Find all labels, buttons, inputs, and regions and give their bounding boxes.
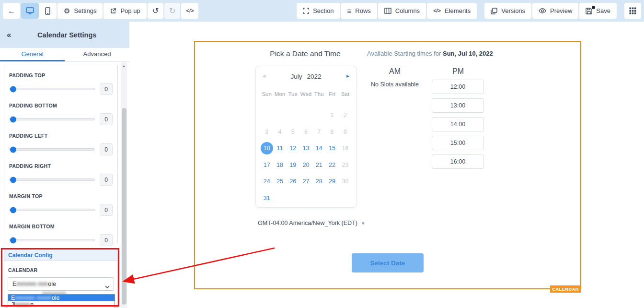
slider-value-input[interactable]: 0 bbox=[100, 204, 113, 216]
calendar-day-27[interactable]: 27 bbox=[299, 173, 312, 190]
calendar-day-29[interactable]: 29 bbox=[325, 173, 338, 190]
date-picker-card: ◂ July2022 ▸ SunMonTueWedThuFriSat 12345… bbox=[255, 66, 356, 208]
slider-thumb[interactable] bbox=[10, 177, 16, 183]
slider-value-input[interactable]: 0 bbox=[100, 234, 113, 246]
settings-panel-title: Calendar Settings bbox=[11, 31, 123, 39]
month-label: July bbox=[290, 73, 302, 80]
toolbar-section-button[interactable]: Section bbox=[297, 3, 340, 19]
slider-label: MARGIN BOTTOM bbox=[9, 224, 113, 229]
toolbar-preview-button[interactable]: Preview bbox=[532, 3, 578, 19]
calendar-day-14[interactable]: 14 bbox=[312, 140, 325, 157]
calendar-day-grid: 1234567891011121314151617181920212223242… bbox=[260, 107, 352, 206]
toolbar-rows-button[interactable]: ≡Rows bbox=[341, 3, 377, 19]
slider-thumb[interactable] bbox=[10, 86, 16, 92]
next-month-icon[interactable]: ▸ bbox=[346, 72, 349, 79]
timezone-label: GMT-04:00 America/New_York (EDT) bbox=[258, 220, 357, 226]
calendar-day-31[interactable]: 31 bbox=[260, 190, 273, 207]
calendar-day-22[interactable]: 22 bbox=[325, 157, 338, 174]
unsaved-changes-dot bbox=[592, 6, 595, 9]
calendar-day-15[interactable]: 15 bbox=[325, 140, 338, 157]
calendar-day-empty bbox=[299, 107, 312, 124]
toolbar-versions-button[interactable]: Versions bbox=[484, 3, 531, 19]
toolbar-device-mobile-button[interactable] bbox=[39, 3, 57, 19]
toolbar-device-desktop-button[interactable] bbox=[21, 3, 39, 19]
weekday-label: Sun bbox=[260, 91, 273, 97]
calendar-day-11[interactable]: 11 bbox=[273, 140, 286, 157]
slider-track[interactable] bbox=[9, 88, 95, 90]
toolbar-undo-button[interactable]: ↺ bbox=[148, 3, 163, 19]
slider-padding-right: PADDING RIGHT0 bbox=[9, 163, 113, 191]
calendar-day-19[interactable]: 19 bbox=[287, 157, 299, 174]
versions-icon bbox=[491, 8, 497, 14]
calendar-day-10[interactable]: 10 bbox=[260, 140, 273, 157]
time-slot-1300[interactable]: 13:00 bbox=[432, 98, 484, 113]
chevron-down-icon bbox=[105, 283, 110, 290]
time-slot-1600[interactable]: 16:00 bbox=[432, 154, 484, 169]
toolbar-apps-button[interactable] bbox=[624, 3, 641, 19]
slider-track[interactable] bbox=[9, 178, 95, 181]
scroll-up-arrow-icon[interactable]: ▲ bbox=[121, 62, 127, 70]
slider-thumb[interactable] bbox=[10, 116, 16, 122]
calendar-day-18[interactable]: 18 bbox=[273, 157, 286, 174]
slider-padding-bottom: PADDING BOTTOM0 bbox=[9, 103, 113, 130]
calendar-day-28[interactable]: 28 bbox=[312, 173, 325, 190]
slider-value-input[interactable]: 0 bbox=[100, 113, 113, 125]
eye-icon bbox=[539, 8, 546, 13]
slider-label: PADDING BOTTOM bbox=[9, 103, 113, 108]
availability-header: Available Starting times for Sun, Jul 10… bbox=[367, 50, 493, 57]
time-slot-1200[interactable]: 12:00 bbox=[432, 80, 484, 94]
calendar-select-value: Emmmm mmole bbox=[12, 281, 56, 287]
slider-track[interactable] bbox=[9, 148, 95, 151]
calendar-settings-panel: « Calendar Settings GeneralAdvanced PADD… bbox=[0, 22, 129, 308]
time-slot-1400[interactable]: 14:00 bbox=[432, 117, 484, 131]
arrow-left-icon: ← bbox=[8, 7, 15, 15]
calendar-option[interactable]: Emmmm mmmole bbox=[8, 295, 115, 301]
calendar-day-12[interactable]: 12 bbox=[287, 140, 299, 157]
timezone-dropdown[interactable]: GMT-04:00 America/New_York (EDT) ▾ bbox=[258, 220, 364, 226]
picker-title: Pick a Date and Time bbox=[248, 49, 363, 58]
calendar-config-title: Calendar Config bbox=[4, 250, 117, 261]
collapse-panel-icon[interactable]: « bbox=[7, 30, 11, 40]
toolbar-elements-button[interactable]: </>Elements bbox=[427, 3, 477, 19]
calendar-day-17[interactable]: 17 bbox=[260, 157, 273, 174]
toolbar-save-button[interactable]: Save bbox=[579, 3, 617, 19]
code-icon: </> bbox=[186, 8, 194, 13]
slider-track[interactable] bbox=[9, 118, 95, 120]
toolbar-columns-button[interactable]: Columns bbox=[378, 3, 426, 19]
calendar-day-empty bbox=[273, 190, 286, 207]
calendar-day-empty bbox=[273, 107, 286, 124]
calendar-day-empty bbox=[312, 190, 325, 207]
toolbar-left-group: ←⚙SettingsPop up↺↻</> bbox=[3, 3, 198, 19]
slider-thumb[interactable] bbox=[10, 237, 16, 243]
slider-thumb[interactable] bbox=[10, 146, 16, 153]
calendar-day-20[interactable]: 20 bbox=[299, 157, 312, 174]
calendar-day-26[interactable]: 26 bbox=[287, 173, 299, 190]
calendar-day-25[interactable]: 25 bbox=[273, 173, 286, 190]
slider-label: MARGIN TOP bbox=[9, 193, 113, 199]
calendar-select[interactable]: Emmmm mmole bbox=[8, 277, 114, 291]
tab-general[interactable]: General bbox=[0, 48, 65, 61]
select-date-button[interactable]: Select Date bbox=[352, 253, 424, 272]
slider-row: 0 bbox=[9, 113, 113, 125]
calendar-option[interactable]: Jimmmn bbox=[8, 301, 115, 308]
slider-thumb[interactable] bbox=[10, 207, 16, 213]
sidebar-scrollbar[interactable]: ▲ bbox=[121, 62, 127, 308]
calendar-day-21[interactable]: 21 bbox=[312, 157, 325, 174]
toolbar-back-button[interactable]: ← bbox=[3, 3, 20, 19]
toolbar-code-button[interactable]: </> bbox=[181, 3, 198, 19]
toolbar-redo-button[interactable]: ↻ bbox=[164, 3, 180, 19]
time-slot-1500[interactable]: 15:00 bbox=[432, 136, 484, 150]
calendar-day-empty bbox=[299, 190, 312, 207]
calendar-day-13[interactable]: 13 bbox=[299, 140, 312, 157]
slider-value-input[interactable]: 0 bbox=[100, 174, 113, 186]
toolbar-settings-button[interactable]: ⚙Settings bbox=[58, 3, 103, 19]
scrollbar-thumb[interactable] bbox=[122, 108, 126, 305]
toolbar-popup-button[interactable]: Pop up bbox=[104, 3, 146, 19]
slider-value-input[interactable]: 0 bbox=[100, 143, 113, 155]
tab-advanced[interactable]: Advanced bbox=[65, 48, 129, 61]
calendar-day-24[interactable]: 24 bbox=[260, 173, 273, 190]
slider-track[interactable] bbox=[9, 209, 95, 211]
slider-track[interactable] bbox=[9, 239, 95, 241]
slider-value-input[interactable]: 0 bbox=[100, 83, 113, 95]
calendar-day-empty bbox=[312, 107, 325, 124]
